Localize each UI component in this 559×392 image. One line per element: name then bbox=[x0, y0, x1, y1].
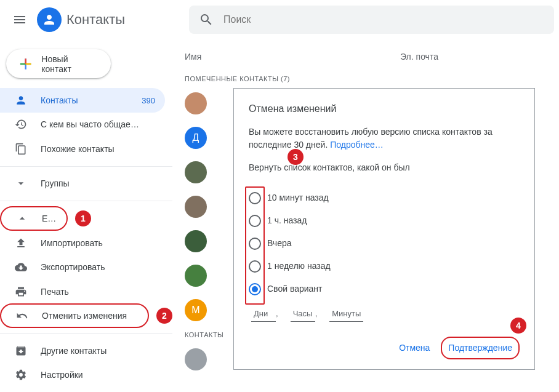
sidebar-item-import[interactable]: Импортировать bbox=[0, 231, 165, 255]
nav-label-more: Ещё bbox=[42, 214, 57, 223]
sidebar-item-more[interactable]: Ещё bbox=[0, 206, 68, 231]
plus-icon bbox=[18, 57, 33, 71]
copy-icon bbox=[15, 143, 27, 155]
archive-icon bbox=[15, 345, 27, 357]
hamburger-menu-button[interactable] bbox=[5, 5, 34, 34]
avatar bbox=[185, 265, 207, 287]
avatar: Д bbox=[185, 127, 207, 149]
dialog-desc-b: Вернуть список контактов, какой он был bbox=[249, 161, 520, 174]
radio-option-custom[interactable]: Свой вариант bbox=[249, 278, 520, 300]
dialog-cancel-button[interactable]: Отмена bbox=[392, 337, 437, 359]
search-input[interactable] bbox=[223, 14, 544, 25]
contacts-logo-icon bbox=[37, 7, 62, 32]
app-title: Контакты bbox=[66, 12, 125, 28]
nav-label-export: Экспортировать bbox=[41, 262, 155, 272]
history-icon bbox=[15, 118, 27, 130]
undo-changes-dialog: Отмена изменений Вы можете восстановить … bbox=[233, 88, 535, 370]
radio-option-1week[interactable]: 1 неделю назад bbox=[249, 255, 520, 278]
callout-badge-2: 2 bbox=[156, 308, 172, 324]
dialog-title: Отмена изменений bbox=[249, 103, 520, 114]
undo-icon bbox=[16, 310, 28, 322]
sidebar-item-export[interactable]: Экспортировать bbox=[0, 255, 165, 279]
dialog-learn-more-link[interactable]: Подробнее… bbox=[330, 140, 384, 150]
hamburger-icon bbox=[12, 12, 27, 27]
avatar bbox=[185, 161, 207, 183]
radio-option-yesterday[interactable]: Вчера bbox=[249, 232, 520, 255]
sidebar-item-frequent[interactable]: С кем вы часто общае… bbox=[0, 113, 165, 137]
sidebar-item-undo-changes[interactable]: Отменить изменения bbox=[0, 303, 149, 328]
search-icon bbox=[199, 12, 214, 27]
sidebar-item-settings[interactable]: Настройки bbox=[0, 363, 165, 387]
callout-badge-1: 1 bbox=[75, 210, 91, 226]
sidebar-item-groups[interactable]: Группы bbox=[0, 172, 165, 196]
nav-label-other: Другие контакты bbox=[41, 346, 155, 356]
app-logo: Контакты bbox=[37, 7, 125, 32]
sidebar-item-similar[interactable]: Похожие контакты bbox=[0, 137, 165, 161]
col-name: Имя bbox=[185, 52, 400, 62]
nav-label-contacts: Контакты bbox=[41, 95, 128, 105]
callout-badge-3: 3 bbox=[288, 149, 304, 165]
radio-option-1hr[interactable]: 1 ч. назад bbox=[249, 209, 520, 232]
nav-label-frequent: С кем вы часто общае… bbox=[41, 119, 155, 129]
nav-count-contacts: 390 bbox=[142, 96, 155, 105]
radio-option-10min[interactable]: 10 минут назад bbox=[249, 186, 520, 209]
cloud-download-icon bbox=[15, 261, 27, 273]
avatar: M bbox=[185, 299, 207, 321]
new-contact-label: Новый контакт bbox=[41, 54, 99, 74]
sidebar-item-other-contacts[interactable]: Другие контакты bbox=[0, 338, 165, 362]
avatar bbox=[185, 196, 207, 218]
dialog-confirm-button[interactable]: Подтверждение bbox=[441, 337, 520, 359]
nav-label-print: Печать bbox=[41, 287, 155, 297]
chevron-down-icon bbox=[15, 177, 27, 190]
callout-badge-4: 4 bbox=[510, 318, 526, 334]
sidebar-item-contacts[interactable]: Контакты 390 bbox=[0, 88, 165, 112]
list-header: Имя Эл. почта bbox=[185, 39, 547, 71]
custom-minutes-input[interactable]: Минуты bbox=[329, 306, 363, 322]
sidebar-item-print[interactable]: Печать bbox=[0, 279, 165, 303]
upload-icon bbox=[15, 237, 27, 249]
avatar bbox=[185, 230, 207, 252]
avatar bbox=[185, 92, 207, 114]
nav-label-import: Импортировать bbox=[41, 238, 155, 248]
nav-label-similar: Похожие контакты bbox=[41, 144, 155, 154]
nav-label-groups: Группы bbox=[41, 178, 155, 188]
chevron-up-icon bbox=[16, 212, 28, 225]
custom-days-input[interactable]: Дни bbox=[251, 306, 276, 322]
custom-hours-input[interactable]: Часы bbox=[291, 306, 315, 322]
avatar bbox=[185, 348, 207, 370]
callout-ring-3 bbox=[245, 186, 265, 305]
search-bar[interactable] bbox=[189, 6, 554, 34]
nav-label-settings: Настройки bbox=[41, 370, 155, 380]
gear-icon bbox=[15, 369, 27, 381]
person-icon bbox=[15, 94, 27, 106]
starred-section-label: ПОМЕЧЕННЫЕ КОНТАКТЫ (7) bbox=[185, 71, 547, 86]
nav-label-undo: Отменить изменения bbox=[42, 311, 138, 321]
new-contact-button[interactable]: Новый контакт bbox=[6, 49, 111, 78]
print-icon bbox=[15, 286, 27, 298]
col-email: Эл. почта bbox=[400, 52, 438, 62]
custom-time-inputs: Дни, Часы, Минуты bbox=[251, 306, 520, 322]
